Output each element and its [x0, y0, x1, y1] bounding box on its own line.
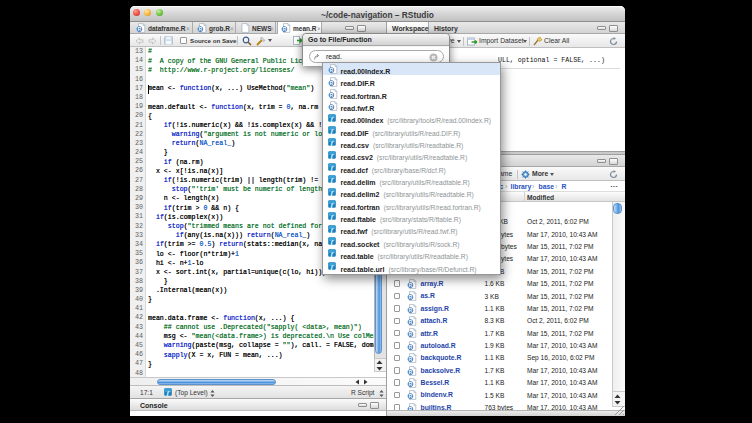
svg-text:R: R: [329, 104, 333, 110]
svg-text:R: R: [409, 294, 413, 300]
svg-text:R: R: [409, 282, 413, 288]
svg-text:R: R: [409, 381, 413, 387]
svg-text:R: R: [199, 26, 203, 32]
svg-text:R: R: [409, 319, 413, 325]
svg-text:R: R: [409, 356, 413, 362]
svg-text:R: R: [409, 331, 413, 337]
svg-text:R: R: [409, 307, 413, 313]
svg-text:R: R: [409, 369, 413, 375]
svg-text:R: R: [329, 92, 333, 98]
svg-text:R: R: [409, 393, 413, 399]
svg-text:R: R: [329, 67, 333, 73]
svg-text:R: R: [409, 344, 413, 350]
svg-text:R: R: [138, 26, 142, 32]
svg-text:R: R: [329, 80, 333, 86]
svg-text:R: R: [283, 26, 287, 32]
